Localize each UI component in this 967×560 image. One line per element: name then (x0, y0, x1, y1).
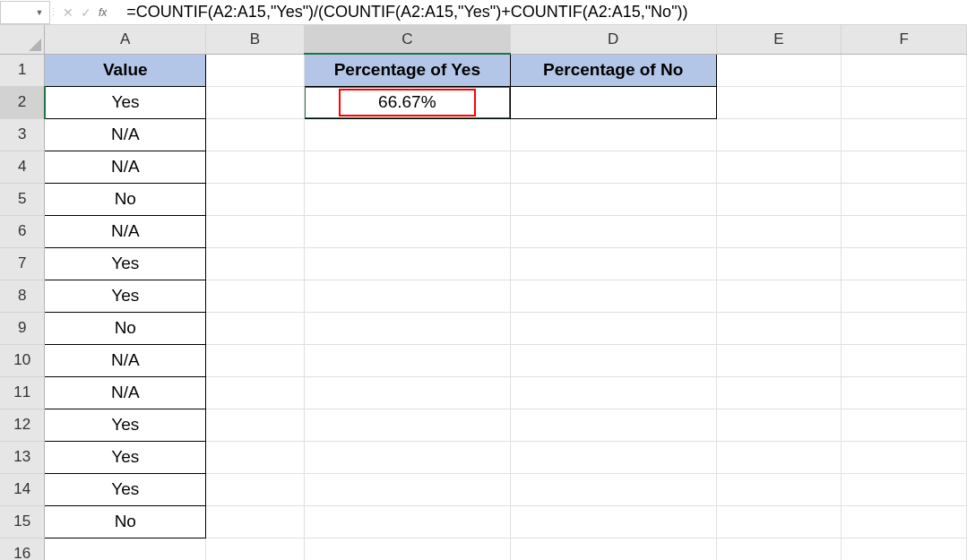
cell-A2[interactable]: Yes (45, 86, 206, 118)
cell-C6[interactable] (304, 215, 510, 247)
cell-C16[interactable] (304, 538, 510, 560)
cell-A16[interactable] (45, 538, 206, 560)
cell-E8[interactable] (716, 280, 842, 312)
cancel-icon[interactable]: ✕ (63, 5, 73, 20)
cell-C5[interactable] (304, 183, 510, 215)
col-header-B[interactable]: B (206, 25, 305, 54)
cell-E11[interactable] (716, 376, 842, 409)
cell-D8[interactable] (510, 280, 716, 312)
cell-B11[interactable] (206, 376, 305, 409)
cell-F1[interactable] (842, 54, 967, 86)
cell-C8[interactable] (304, 280, 510, 312)
name-box[interactable]: ▼ (0, 1, 50, 24)
row-header-11[interactable]: 11 (0, 376, 45, 409)
cell-F6[interactable] (842, 215, 967, 247)
cell-E4[interactable] (716, 151, 842, 183)
cell-F4[interactable] (842, 151, 967, 183)
cell-A5[interactable]: No (45, 183, 206, 215)
cell-C12[interactable] (304, 409, 510, 441)
cell-E14[interactable] (716, 473, 842, 505)
cell-B1[interactable] (206, 54, 305, 86)
row-header-3[interactable]: 3 (0, 118, 45, 151)
cell-D7[interactable] (510, 247, 716, 280)
cell-E12[interactable] (716, 409, 842, 441)
cell-C7[interactable] (304, 247, 510, 280)
row-header-4[interactable]: 4 (0, 151, 45, 183)
col-header-D[interactable]: D (510, 25, 716, 54)
cell-A1[interactable]: Value (45, 54, 206, 86)
cell-A14[interactable]: Yes (45, 473, 206, 505)
cell-D6[interactable] (510, 215, 716, 247)
row-header-5[interactable]: 5 (0, 183, 45, 215)
cell-B2[interactable] (206, 86, 305, 118)
cell-A15[interactable]: No (45, 505, 206, 538)
cell-C4[interactable] (304, 151, 510, 183)
cell-D14[interactable] (510, 473, 716, 505)
cell-B6[interactable] (206, 215, 305, 247)
cell-E1[interactable] (716, 54, 842, 86)
fx-icon[interactable]: fx (99, 6, 107, 19)
cell-C13[interactable] (304, 441, 510, 473)
formula-input[interactable] (121, 1, 967, 24)
cell-C10[interactable] (304, 344, 510, 376)
cell-F7[interactable] (842, 247, 967, 280)
cell-E6[interactable] (716, 215, 842, 247)
cell-D12[interactable] (510, 409, 716, 441)
cell-A9[interactable]: No (45, 312, 206, 344)
cell-D15[interactable] (510, 505, 716, 538)
cell-D10[interactable] (510, 344, 716, 376)
cell-E2[interactable] (716, 86, 842, 118)
cell-C3[interactable] (304, 118, 510, 151)
cell-C15[interactable] (304, 505, 510, 538)
cell-B3[interactable] (206, 118, 305, 151)
cell-C11[interactable] (304, 376, 510, 409)
cell-E5[interactable] (716, 183, 842, 215)
cell-B8[interactable] (206, 280, 305, 312)
cell-E10[interactable] (716, 344, 842, 376)
cell-B15[interactable] (206, 505, 305, 538)
cell-A6[interactable]: N/A (45, 215, 206, 247)
cell-A12[interactable]: Yes (45, 409, 206, 441)
cell-D13[interactable] (510, 441, 716, 473)
cell-F10[interactable] (842, 344, 967, 376)
cell-E9[interactable] (716, 312, 842, 344)
cell-C9[interactable] (304, 312, 510, 344)
cell-F15[interactable] (842, 505, 967, 538)
col-header-C[interactable]: C (304, 25, 510, 54)
cell-B14[interactable] (206, 473, 305, 505)
col-header-A[interactable]: A (45, 25, 206, 54)
cell-D1[interactable]: Percentage of No (510, 54, 716, 86)
cell-F14[interactable] (842, 473, 967, 505)
cell-A10[interactable]: N/A (45, 344, 206, 376)
cell-D4[interactable] (510, 151, 716, 183)
row-header-7[interactable]: 7 (0, 247, 45, 280)
cell-F2[interactable] (842, 86, 967, 118)
row-header-9[interactable]: 9 (0, 312, 45, 344)
cell-B4[interactable] (206, 151, 305, 183)
cell-B7[interactable] (206, 247, 305, 280)
cell-D2[interactable] (510, 86, 716, 118)
cell-B12[interactable] (206, 409, 305, 441)
cell-F5[interactable] (842, 183, 967, 215)
cell-B5[interactable] (206, 183, 305, 215)
cell-B10[interactable] (206, 344, 305, 376)
row-header-10[interactable]: 10 (0, 344, 45, 376)
dropdown-icon[interactable]: ▼ (33, 6, 46, 19)
cell-E15[interactable] (716, 505, 842, 538)
cell-B9[interactable] (206, 312, 305, 344)
row-header-13[interactable]: 13 (0, 441, 45, 473)
cell-A4[interactable]: N/A (45, 151, 206, 183)
cell-E7[interactable] (716, 247, 842, 280)
cell-F8[interactable] (842, 280, 967, 312)
cell-E13[interactable] (716, 441, 842, 473)
cell-D11[interactable] (510, 376, 716, 409)
row-header-8[interactable]: 8 (0, 280, 45, 312)
cell-B13[interactable] (206, 441, 305, 473)
cell-D16[interactable] (510, 538, 716, 560)
row-header-1[interactable]: 1 (0, 54, 45, 86)
cell-E3[interactable] (716, 118, 842, 151)
cell-C14[interactable] (304, 473, 510, 505)
cell-F12[interactable] (842, 409, 967, 441)
cell-A8[interactable]: Yes (45, 280, 206, 312)
cell-F13[interactable] (842, 441, 967, 473)
